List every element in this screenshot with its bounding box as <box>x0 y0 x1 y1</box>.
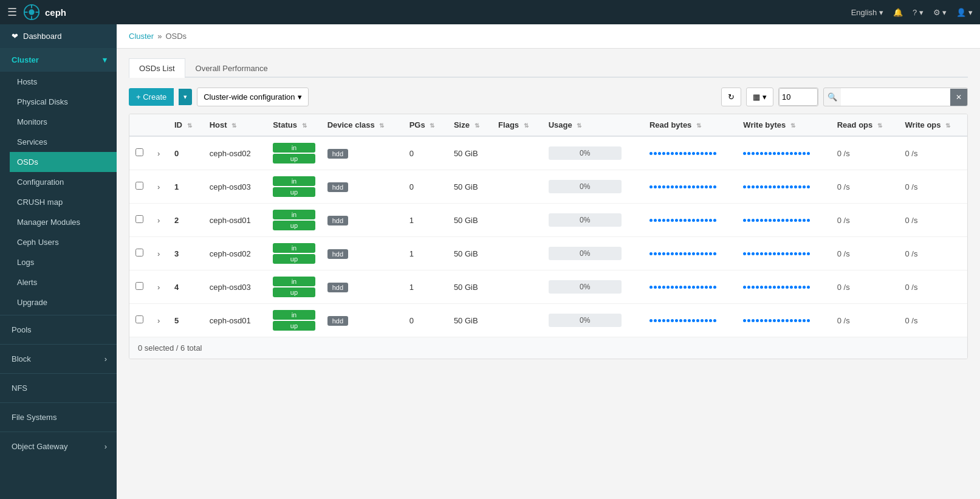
row-checkbox-1[interactable] <box>135 182 143 190</box>
dot <box>705 252 708 255</box>
breadcrumb-cluster[interactable]: Cluster <box>129 32 154 41</box>
col-write-ops[interactable]: Write ops ⇅ <box>899 114 967 136</box>
notification-bell-icon[interactable]: 🔔 <box>893 8 903 17</box>
sidebar-item-dashboard[interactable]: ❤ Dashboard <box>0 24 117 48</box>
dot <box>679 319 682 322</box>
refresh-button[interactable]: ↻ <box>721 88 741 106</box>
dot <box>803 185 806 188</box>
user-icon[interactable]: 👤 ▾ <box>956 8 973 17</box>
search-input[interactable] <box>841 88 950 106</box>
sidebar-item-file-systems[interactable]: File Systems <box>0 405 117 429</box>
sidebar-item-alerts[interactable]: Alerts <box>10 272 117 292</box>
dot <box>666 286 670 289</box>
dashboard-icon: ❤ <box>12 32 18 41</box>
dot <box>684 152 687 155</box>
expand-button-1[interactable]: › <box>157 182 160 191</box>
sidebar-item-logs[interactable]: Logs <box>10 252 117 272</box>
expand-button-5[interactable]: › <box>157 316 160 325</box>
table-row: ›4ceph-osd03inuphdd150 GiB0%0 /s0 /s <box>129 270 967 304</box>
col-usage[interactable]: Usage ⇅ <box>543 114 643 136</box>
size-sort-icon: ⇅ <box>475 122 479 129</box>
search-clear-button[interactable]: ✕ <box>950 89 967 106</box>
sidebar-item-services[interactable]: Services <box>10 132 117 152</box>
sidebar-section-cluster[interactable]: Cluster ▾ <box>0 48 117 72</box>
sidebar-item-configuration[interactable]: Configuration <box>10 172 117 192</box>
dot <box>705 152 708 155</box>
row-pgs-5: 0 <box>403 304 448 337</box>
col-checkbox <box>129 114 151 136</box>
sidebar-item-pools[interactable]: Pools <box>0 318 117 342</box>
expand-button-0[interactable]: › <box>157 149 160 158</box>
expand-button-3[interactable]: › <box>157 249 160 258</box>
sidebar-sub-cluster: Hosts Physical Disks Monitors Services O… <box>0 72 117 312</box>
badge-in-1: in <box>273 176 315 186</box>
sidebar-item-upgrade[interactable]: Upgrade <box>10 292 117 312</box>
col-write-bytes[interactable]: Write bytes ⇅ <box>737 114 831 136</box>
expand-button-4[interactable]: › <box>157 283 160 292</box>
dot <box>764 286 767 289</box>
col-read-ops[interactable]: Read ops ⇅ <box>831 114 899 136</box>
col-status[interactable]: Status ⇅ <box>267 114 321 136</box>
row-size-1: 50 GiB <box>448 170 492 204</box>
sidebar-item-manager-modules[interactable]: Manager Modules <box>10 212 117 232</box>
sidebar-item-monitors[interactable]: Monitors <box>10 112 117 132</box>
read-bytes-sparkline <box>649 185 731 188</box>
help-icon[interactable]: ? ▾ <box>913 8 923 17</box>
sidebar-item-hosts[interactable]: Hosts <box>10 72 117 92</box>
col-size[interactable]: Size ⇅ <box>448 114 492 136</box>
col-read-bytes[interactable]: Read bytes ⇅ <box>643 114 737 136</box>
row-checkbox-5[interactable] <box>135 315 143 323</box>
col-pgs[interactable]: PGs ⇅ <box>403 114 448 136</box>
grid-view-button[interactable]: ▦ ▾ <box>746 88 773 106</box>
sidebar-item-object-gateway[interactable]: Object Gateway › <box>0 435 117 458</box>
expand-button-2[interactable]: › <box>157 216 160 225</box>
dot <box>798 252 801 255</box>
usage-bar-1: 0% <box>549 180 622 193</box>
sidebar-item-ceph-users[interactable]: Ceph Users <box>10 232 117 252</box>
sidebar-item-physical-disks[interactable]: Physical Disks <box>10 92 117 112</box>
sidebar-item-osds[interactable]: OSDs <box>10 152 117 172</box>
language-selector[interactable]: English ▾ <box>851 8 883 17</box>
row-status-2: inup <box>267 204 321 237</box>
col-host[interactable]: Host ⇅ <box>204 114 267 136</box>
col-flags[interactable]: Flags ⇅ <box>492 114 543 136</box>
dot <box>769 319 772 322</box>
cluster-config-button[interactable]: Cluster-wide configuration ▾ <box>197 88 308 106</box>
col-id[interactable]: ID ⇅ <box>168 114 204 136</box>
gear-icon[interactable]: ⚙ ▾ <box>933 8 947 17</box>
dot <box>807 252 810 255</box>
dot <box>696 185 699 188</box>
dot <box>684 319 687 322</box>
dot <box>781 319 784 322</box>
create-button[interactable]: + Create <box>129 88 174 106</box>
tab-osds-list[interactable]: OSDs List <box>129 58 185 78</box>
badge-up-1: up <box>273 187 315 197</box>
sidebar-item-crush-map[interactable]: CRUSH map <box>10 192 117 212</box>
hamburger-icon[interactable]: ☰ <box>7 5 17 19</box>
col-device-class[interactable]: Device class ⇅ <box>321 114 403 136</box>
sidebar-item-block[interactable]: Block › <box>0 347 117 371</box>
row-host-5: ceph-osd01 <box>204 304 267 337</box>
pages-input[interactable] <box>779 88 818 106</box>
dot <box>701 219 704 222</box>
badge-up-2: up <box>273 221 315 230</box>
row-status-5: inup <box>267 304 321 337</box>
tab-overall-performance[interactable]: Overall Performance <box>185 58 278 78</box>
row-checkbox-4[interactable] <box>135 282 143 290</box>
row-checkbox-0[interactable] <box>135 148 143 156</box>
dot <box>666 252 670 255</box>
create-dropdown-button[interactable]: ▾ <box>179 89 192 105</box>
dot <box>654 219 657 222</box>
sidebar-item-nfs[interactable]: NFS <box>0 376 117 400</box>
row-size-3: 50 GiB <box>448 237 492 270</box>
badge-in-3: in <box>273 243 315 253</box>
write-ops-sort-icon: ⇅ <box>945 122 950 129</box>
row-checkbox-2[interactable] <box>135 215 143 223</box>
row-checkbox-3[interactable] <box>135 249 143 256</box>
pages-control <box>778 88 818 106</box>
dot <box>662 252 665 255</box>
row-size-4: 50 GiB <box>448 270 492 304</box>
write-bytes-sort-icon: ⇅ <box>790 122 795 129</box>
grid-arrow-icon: ▾ <box>762 92 767 102</box>
dot <box>781 219 784 222</box>
